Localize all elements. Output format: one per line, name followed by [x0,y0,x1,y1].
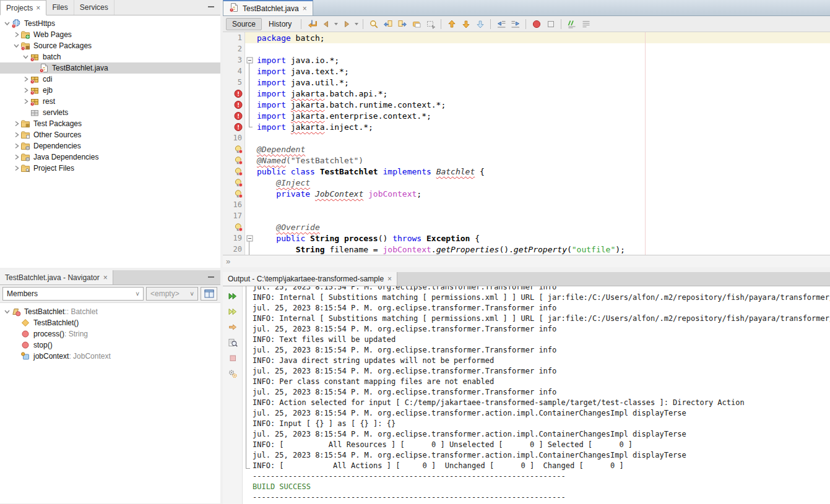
inherited-members-button[interactable] [201,287,217,301]
highlight-button[interactable] [410,18,423,30]
tab-editor-testbatchlet[interactable]: TestBatchlet.java × [223,0,313,15]
projects-tree-item-testhttps[interactable]: TestHttps [0,18,220,29]
code-line-12[interactable]: @Named("TestBatchlet") [223,155,830,166]
right-column: TestBatchlet.java × Source History 1pack… [223,0,830,504]
shift-left-button[interactable] [495,18,508,30]
code-line-10[interactable]: 10 [223,132,830,143]
code-line-16[interactable]: 16 [223,199,830,210]
projects-tree-item-servlets[interactable]: servlets [0,107,220,118]
code-line-5[interactable]: 5import java.util.*; [223,77,830,88]
chevron-closed-icon[interactable] [12,164,20,173]
code-line-4[interactable]: 4import java.text.*; [223,66,830,77]
navigator-tree-item-jobcontext[interactable]: jobContext : JobContext [0,351,220,362]
code-line-9[interactable]: import jakarta.inject.*; [223,121,830,132]
code-line-17[interactable]: 17 [223,210,830,221]
splitter[interactable] [223,267,830,272]
last-edit-button[interactable] [305,18,318,30]
forward-button[interactable] [340,18,353,30]
run-arrow-button[interactable] [226,320,240,333]
code-line-8[interactable]: import jakarta.enterprise.context.*; [223,110,830,121]
code-line-1[interactable]: 1package batch; [223,32,830,43]
filter-combobox[interactable]: <empty> ˅ [146,287,198,301]
chevron-closed-icon[interactable] [21,75,30,83]
chevron-open-icon[interactable] [2,19,11,28]
code-line-11[interactable]: @Dependent [223,143,830,155]
tab-output[interactable]: Output - C:\temp\jakartaee-transformed-s… [223,272,397,286]
uncomment-button[interactable] [579,18,592,30]
members-combobox[interactable]: Members ˅ [2,287,144,301]
code-line-3[interactable]: 3import java.io.*; [223,54,830,66]
stop-output-button[interactable] [226,351,240,364]
code-line-14[interactable]: @Inject [223,177,830,188]
close-icon[interactable]: × [387,275,392,283]
code-line-15[interactable]: private JobContext jobContext; [223,188,830,199]
projects-tree-item-source-packages[interactable]: Source Packages [0,40,220,51]
projects-tree-item-testbatchlet-java[interactable]: TestBatchlet.java [0,62,220,74]
projects-tree-item-batch[interactable]: batch [0,51,220,62]
code-line-7[interactable]: import jakarta.batch.runtime.context.*; [223,99,830,110]
chevron-open-icon[interactable] [12,41,20,50]
code-line-19[interactable]: 19 public String process() throws Except… [223,233,830,244]
comment-button[interactable] [565,18,578,30]
navigator-tree-item-stop[interactable]: stop() [0,340,220,351]
projects-tree-item-project-files[interactable]: Project Files [0,163,220,174]
navigator-tree-item-process[interactable]: process() : String [0,328,220,340]
stop-macro-button[interactable] [544,18,557,30]
find-output-button[interactable] [226,336,240,349]
projects-tree-item-rest[interactable]: rest [0,96,220,107]
code-line-13[interactable]: public class TestBatchlet implements Bat… [223,166,830,177]
tab-files[interactable]: Files [46,0,74,15]
expand-chevron-icon[interactable]: » [226,257,230,266]
projects-tree-item-web-pages[interactable]: Web Pages [0,29,220,40]
minimize-icon[interactable] [208,276,214,278]
projects-tree-item-java-dependencies[interactable]: Java Dependencies [0,152,220,163]
bookmark-up-button[interactable] [445,18,458,30]
breadcrumb-bar[interactable]: » [223,255,830,267]
bookmark-down-button[interactable] [459,18,472,30]
chevron-closed-icon[interactable] [21,97,30,106]
rerun-diff-button[interactable] [226,305,240,318]
navigator-tree-item-testbatchlet[interactable]: TestBatchlet :: Batchlet [0,306,220,317]
close-icon[interactable]: × [103,274,108,281]
tab-navigator[interactable]: TestBatchlet.java - Navigator × [0,270,113,284]
find-next-button[interactable] [396,18,409,30]
chevron-closed-icon[interactable] [21,86,30,95]
chevron-closed-icon[interactable] [12,30,20,39]
history-view-button[interactable]: History [263,19,297,30]
caret-dropdown-icon[interactable] [334,18,339,30]
chevron-open-icon[interactable] [21,53,30,61]
rerun-button[interactable] [226,289,240,302]
minimize-icon[interactable] [208,6,214,7]
chevron-open-icon[interactable] [2,307,11,316]
options-button[interactable] [226,367,240,380]
close-icon[interactable]: × [36,4,40,12]
shift-right-button[interactable] [509,18,522,30]
code-line-18[interactable]: @Override [223,221,830,233]
record-macro-button[interactable] [530,18,543,30]
output-console[interactable]: jul. 25, 2023 8:15:54 P. M. org.eclipse.… [243,286,830,504]
find-prev-button[interactable] [381,18,394,30]
chevron-closed-icon[interactable] [12,130,20,139]
code-line-6[interactable]: import jakarta.batch.api.*; [223,88,830,99]
chevron-closed-icon[interactable] [12,153,20,161]
projects-tree-item-dependencies[interactable]: Dependencies [0,140,220,152]
rect-select-button[interactable] [424,18,437,30]
source-view-button[interactable]: Source [226,18,262,30]
code-line-20[interactable]: 20 String filename = jobContext.getPrope… [223,244,830,255]
tab-services[interactable]: Services [74,0,115,15]
navigator-tree-item-testbatchlet[interactable]: TestBatchlet() [0,317,220,328]
tab-projects[interactable]: Projects × [0,0,46,15]
projects-tree-item-other-sources[interactable]: Other Sources [0,129,220,140]
chevron-closed-icon[interactable] [12,119,20,128]
projects-tree-item-ejb[interactable]: ejb [0,85,220,96]
code-line-2[interactable]: 2 [223,43,830,54]
bookmark-toggle-button[interactable] [473,18,486,30]
chevron-closed-icon[interactable] [12,142,20,150]
caret-dropdown-icon[interactable] [354,18,359,30]
projects-tree-item-test-packages[interactable]: Test Packages [0,118,220,129]
find-button[interactable] [367,18,380,30]
code-editor[interactable]: 1package batch;23import java.io.*;4impor… [223,32,830,255]
back-button[interactable] [319,18,332,30]
projects-tree-item-cdi[interactable]: cdi [0,74,220,85]
close-icon[interactable]: × [303,5,307,12]
